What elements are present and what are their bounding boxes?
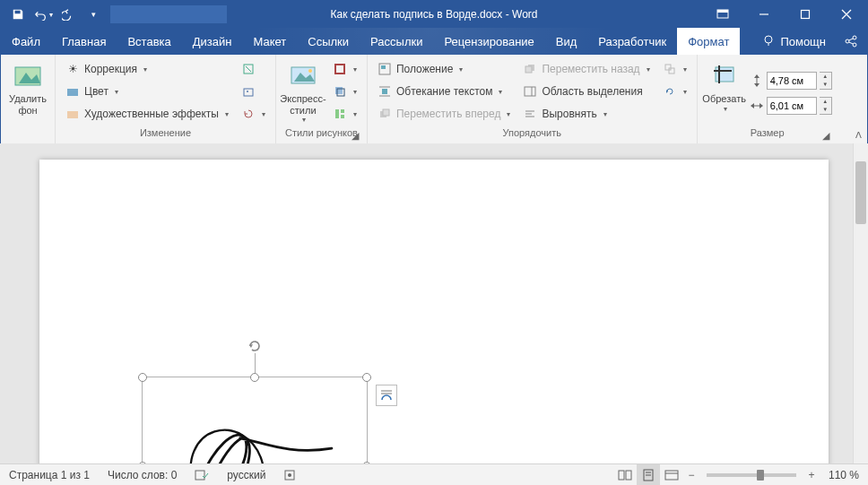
styles-group-label: Стили рисунков bbox=[285, 127, 358, 138]
tab-review[interactable]: Рецензирование bbox=[433, 28, 544, 55]
position-button[interactable]: Положение▾ bbox=[373, 58, 515, 80]
send-backward-button: Переместить назад▾ bbox=[518, 58, 654, 80]
word-count[interactable]: Число слов: 0 bbox=[99, 464, 186, 485]
adjust-group-label: Изменение bbox=[61, 127, 270, 142]
tab-view[interactable]: Вид bbox=[545, 28, 588, 55]
sun-icon: ☀ bbox=[65, 62, 80, 76]
zoom-level[interactable]: 110 % bbox=[820, 464, 868, 485]
zoom-thumb[interactable] bbox=[757, 470, 764, 481]
svg-point-8 bbox=[846, 39, 849, 43]
spellcheck-icon bbox=[195, 469, 209, 481]
tab-mailings[interactable]: Рассылки bbox=[360, 28, 433, 55]
tell-me-area[interactable]: Помощн bbox=[753, 28, 835, 55]
forward-icon bbox=[378, 107, 392, 121]
tab-format[interactable]: Формат bbox=[677, 28, 740, 55]
spellcheck-button[interactable] bbox=[186, 464, 218, 485]
svg-rect-24 bbox=[335, 87, 343, 94]
svg-rect-44 bbox=[669, 68, 674, 74]
color-button[interactable]: Цвет▾ bbox=[61, 81, 233, 102]
zoom-slider[interactable] bbox=[707, 473, 796, 477]
selection-pane-button[interactable]: Область выделения bbox=[518, 81, 654, 102]
tab-home[interactable]: Главная bbox=[51, 28, 117, 55]
svg-point-19 bbox=[247, 91, 248, 92]
rotation-handle[interactable] bbox=[247, 338, 263, 354]
picture-effects-button[interactable]: ▾ bbox=[328, 81, 361, 102]
styles-dialog-launcher[interactable]: ◢ bbox=[349, 129, 361, 142]
wrap-text-button[interactable]: Обтекание текстом▾ bbox=[373, 81, 515, 102]
artistic-effects-button[interactable]: Художественные эффекты▾ bbox=[61, 103, 233, 125]
tab-developer[interactable]: Разработчик bbox=[587, 28, 677, 55]
svg-marker-49 bbox=[754, 83, 760, 87]
page-indicator[interactable]: Страница 1 из 1 bbox=[0, 464, 99, 485]
size-dialog-launcher[interactable]: ◢ bbox=[820, 129, 832, 142]
maximize-button[interactable] bbox=[785, 1, 826, 28]
language-indicator[interactable]: русский bbox=[218, 464, 274, 485]
svg-marker-51 bbox=[751, 103, 754, 108]
width-icon bbox=[750, 99, 764, 113]
width-spinner[interactable]: ▲▼ bbox=[820, 97, 832, 115]
web-layout-button[interactable] bbox=[660, 464, 683, 486]
ribbon-display-button[interactable] bbox=[702, 1, 743, 28]
tab-layout[interactable]: Макет bbox=[242, 28, 297, 55]
vertical-scrollbar[interactable] bbox=[853, 143, 868, 463]
layout-options-button[interactable] bbox=[376, 385, 397, 406]
change-picture-button[interactable] bbox=[237, 81, 270, 102]
ribbon-group-adjust: ☀Коррекция▾ Цвет▾ Художественные эффекты… bbox=[56, 55, 276, 143]
styles-icon bbox=[289, 62, 317, 91]
scrollbar-thumb[interactable] bbox=[855, 161, 866, 224]
svg-rect-30 bbox=[381, 65, 386, 69]
rotate-button[interactable]: ▾ bbox=[658, 81, 691, 102]
quick-access-toolbar: ▾ ▾ bbox=[1, 3, 110, 26]
picture-layout-button[interactable]: ▾ bbox=[328, 103, 361, 125]
qa-customize-button[interactable]: ▾ bbox=[82, 3, 105, 26]
resize-handle-tl[interactable] bbox=[138, 373, 147, 382]
print-layout-button[interactable] bbox=[637, 464, 660, 486]
signature-image bbox=[161, 395, 349, 463]
picture-border-button[interactable]: ▾ bbox=[328, 58, 361, 80]
svg-point-6 bbox=[765, 36, 772, 43]
zoom-in-button[interactable]: + bbox=[803, 469, 820, 481]
tab-references[interactable]: Ссылки bbox=[297, 28, 360, 55]
reset-picture-button[interactable]: ▾ bbox=[237, 103, 270, 125]
redo-button[interactable] bbox=[56, 3, 80, 26]
resize-handle-tr[interactable] bbox=[362, 373, 371, 382]
read-mode-button[interactable] bbox=[613, 464, 637, 486]
user-account-area[interactable] bbox=[110, 5, 227, 23]
height-input[interactable] bbox=[767, 72, 817, 90]
crop-button[interactable]: Обрезать▾ bbox=[703, 58, 746, 127]
collapse-ribbon-button[interactable]: ᐱ bbox=[855, 130, 862, 140]
align-button[interactable]: Выровнять▾ bbox=[518, 103, 654, 125]
compress-icon bbox=[241, 62, 256, 76]
close-button[interactable] bbox=[826, 1, 867, 28]
svg-rect-31 bbox=[382, 89, 387, 94]
share-button[interactable] bbox=[835, 28, 867, 55]
save-button[interactable] bbox=[6, 3, 30, 26]
tab-file[interactable]: Файл bbox=[1, 28, 51, 55]
svg-rect-35 bbox=[383, 109, 389, 116]
rotate-icon bbox=[663, 84, 677, 99]
tab-insert[interactable]: Вставка bbox=[117, 28, 181, 55]
svg-rect-37 bbox=[525, 66, 532, 73]
svg-rect-27 bbox=[341, 109, 344, 113]
zoom-out-button[interactable]: − bbox=[683, 469, 699, 481]
resize-handle-t[interactable] bbox=[250, 373, 259, 382]
svg-rect-15 bbox=[67, 89, 78, 96]
corrections-button[interactable]: ☀Коррекция▾ bbox=[61, 58, 233, 80]
arrange-group-label: Упорядочить bbox=[373, 127, 691, 142]
svg-line-12 bbox=[849, 42, 854, 44]
tab-design[interactable]: Дизайн bbox=[182, 28, 243, 55]
macro-button[interactable] bbox=[274, 464, 305, 485]
align-icon bbox=[523, 107, 537, 121]
svg-rect-16 bbox=[67, 111, 78, 118]
svg-rect-23 bbox=[335, 65, 344, 74]
remove-background-button[interactable]: Удалить фон bbox=[6, 58, 49, 127]
width-input[interactable] bbox=[767, 97, 817, 115]
compress-pictures-button[interactable] bbox=[237, 58, 270, 80]
height-spinner[interactable]: ▲▼ bbox=[820, 72, 832, 90]
selected-image[interactable] bbox=[142, 377, 368, 463]
undo-button[interactable]: ▾ bbox=[31, 3, 55, 26]
svg-line-11 bbox=[849, 39, 854, 40]
minimize-button[interactable] bbox=[743, 1, 785, 28]
size-group-label: Размер bbox=[751, 127, 785, 138]
quick-styles-button[interactable]: Экспресс-стили▾ bbox=[282, 58, 325, 127]
